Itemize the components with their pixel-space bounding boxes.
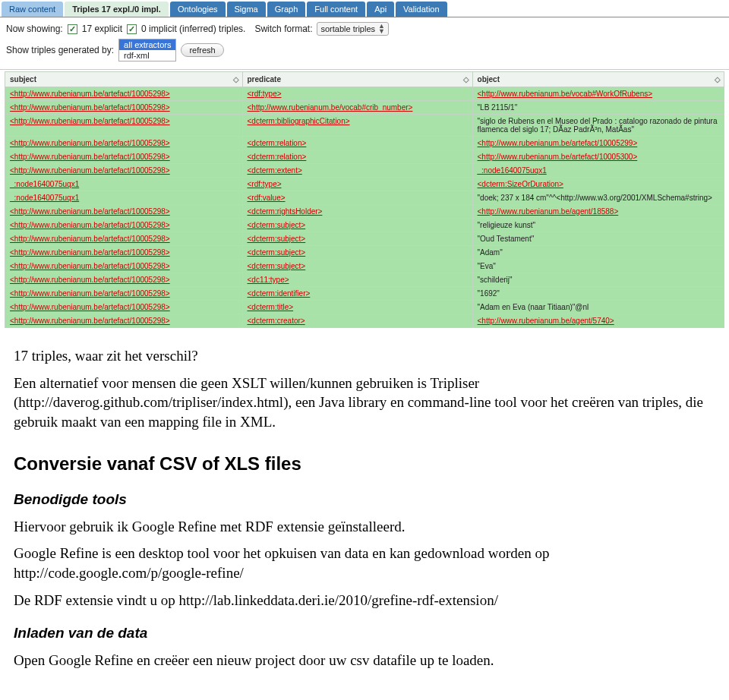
sort-icon[interactable]: ◇ <box>463 75 469 84</box>
table-row: _:node1640075uqx1<rdf:type><dcterm:SizeO… <box>5 178 724 191</box>
tab-api[interactable]: Api <box>367 2 394 17</box>
uri-link[interactable]: <http://www.rubenianum.be/artefact/10005… <box>478 153 638 161</box>
uri-link[interactable]: <http://www.rubenianum.be/vocab#crib_num… <box>248 103 413 112</box>
uri-link[interactable]: <dc11:type> <box>248 276 289 284</box>
table-row: <http://www.rubenianum.be/artefact/10005… <box>5 232 724 246</box>
table-row: <http://www.rubenianum.be/artefact/10005… <box>5 164 724 178</box>
uri-link[interactable]: <dcterm:SizeOrDuration> <box>478 180 563 188</box>
tab-full-content[interactable]: Full content <box>307 2 365 17</box>
table-cell: <http://www.rubenianum.be/artefact/10005… <box>5 115 243 137</box>
table-cell: <dcterm:subject> <box>242 246 472 260</box>
format-select[interactable]: sortable triples ▲▼ <box>317 22 388 36</box>
uri-link[interactable]: <http://www.rubenianum.be/artefact/10005… <box>10 153 170 161</box>
uri-link[interactable]: <http://www.rubenianum.be/artefact/10005… <box>10 166 170 175</box>
uri-link[interactable]: <dcterm:subject> <box>248 262 306 270</box>
uri-link[interactable]: <http://www.rubenianum.be/artefact/10005… <box>10 103 170 112</box>
checkbox-implicit-label: 0 implicit (inferred) triples. <box>141 24 245 34</box>
uri-link[interactable]: <http://www.rubenianum.be/artefact/10005… <box>10 317 170 325</box>
extractors-listbox[interactable]: all extractors rdf-xml <box>118 39 176 61</box>
uri-link[interactable]: <dcterm:relation> <box>248 153 307 161</box>
table-cell: <dcterm:rightsHolder> <box>242 205 472 219</box>
now-showing-label: Now showing: <box>6 24 63 34</box>
uri-link[interactable]: <http://www.rubenianum.be/artefact/10005… <box>10 289 170 298</box>
doc-h3-inladen: Inladen van de data <box>14 623 715 643</box>
uri-link[interactable]: _:node1640075uqx1 <box>478 166 547 175</box>
table-row: <http://www.rubenianum.be/artefact/10005… <box>5 246 724 260</box>
table-cell: <rdf:value> <box>242 191 472 205</box>
tab-ontologies[interactable]: Ontologies <box>170 2 226 17</box>
uri-link[interactable]: <dcterm:title> <box>248 303 294 311</box>
table-cell: <http://www.rubenianum.be/artefact/10005… <box>5 101 243 115</box>
uri-link[interactable]: <dcterm:creator> <box>248 317 305 325</box>
col-predicate[interactable]: predicate ◇ <box>242 72 472 87</box>
table-row: _:node1640075uqx1<rdf:value>"doek; 237 x… <box>5 191 724 205</box>
refresh-button[interactable]: refresh <box>181 43 223 57</box>
show-generated-by-label: Show triples generated by: <box>6 45 114 55</box>
table-row: <http://www.rubenianum.be/artefact/10005… <box>5 273 724 287</box>
doc-h2-conversie: Conversie vanaf CSV of XLS files <box>14 452 715 476</box>
uri-link[interactable]: <http://www.rubenianum.be/artefact/10005… <box>478 139 638 147</box>
col-object[interactable]: object ◇ <box>472 72 724 87</box>
uri-link[interactable]: <http://www.rubenianum.be/artefact/10005… <box>10 139 170 147</box>
uri-link[interactable]: <http://www.rubenianum.be/agent/18588> <box>478 207 619 216</box>
uri-link[interactable]: <http://www.rubenianum.be/artefact/10005… <box>10 262 170 270</box>
uri-link[interactable]: <dcterm:subject> <box>248 235 306 243</box>
tab-sigma[interactable]: Sigma <box>227 2 266 17</box>
extractor-option-rdfxml[interactable]: rdf-xml <box>119 50 175 61</box>
sort-icon[interactable]: ◇ <box>715 75 721 84</box>
table-row: <http://www.rubenianum.be/artefact/10005… <box>5 314 724 328</box>
tab-validation[interactable]: Validation <box>396 2 447 17</box>
tab-raw-content[interactable]: Raw content <box>2 2 63 17</box>
uri-link[interactable]: <http://www.rubenianum.be/artefact/10005… <box>10 248 170 257</box>
tab-graph[interactable]: Graph <box>267 2 306 17</box>
table-cell: <http://www.rubenianum.be/artefact/10005… <box>472 137 724 150</box>
uri-link[interactable]: <http://www.rubenianum.be/agent/5740> <box>478 317 614 325</box>
uri-link[interactable]: <rdf:type> <box>248 180 282 188</box>
table-row: <http://www.rubenianum.be/artefact/10005… <box>5 301 724 314</box>
table-cell: <http://www.rubenianum.be/artefact/10005… <box>5 260 243 273</box>
uri-link[interactable]: <http://www.rubenianum.be/artefact/10005… <box>10 235 170 243</box>
uri-link[interactable]: <http://www.rubenianum.be/artefact/10005… <box>10 303 170 311</box>
uri-link[interactable]: <dcterm:extent> <box>248 166 302 175</box>
table-cell: "siglo de Rubens en el Museo del Prado :… <box>472 115 724 137</box>
literal-value: "LB 2115/1" <box>478 103 518 112</box>
table-row: <http://www.rubenianum.be/artefact/10005… <box>5 150 724 164</box>
uri-link[interactable]: <rdf:type> <box>248 90 282 98</box>
tab-triples[interactable]: Triples 17 expl./0 impl. <box>65 2 169 17</box>
doc-h3-benodigde: Benodigde tools <box>14 490 715 509</box>
table-cell: <dcterm:identifier> <box>242 287 472 301</box>
uri-link[interactable]: <http://www.rubenianum.be/artefact/10005… <box>10 276 170 284</box>
uri-link[interactable]: <dcterm:bibliographicCitation> <box>248 117 350 125</box>
uri-link[interactable]: _:node1640075uqx1 <box>10 180 79 188</box>
extractor-option-all[interactable]: all extractors <box>119 39 175 50</box>
uri-link[interactable]: <http://www.rubenianum.be/artefact/10005… <box>10 117 170 125</box>
uri-link[interactable]: <dcterm:identifier> <box>248 289 311 298</box>
uri-link[interactable]: <http://www.rubenianum.be/vocab#WorkOfRu… <box>478 90 653 98</box>
sort-icon[interactable]: ◇ <box>233 75 239 84</box>
checkbox-implicit[interactable]: ✓ <box>127 24 137 34</box>
table-cell: <rdf:type> <box>242 87 472 101</box>
table-cell: <http://www.rubenianum.be/artefact/10005… <box>472 150 724 164</box>
uri-link[interactable]: <http://www.rubenianum.be/artefact/10005… <box>10 207 170 216</box>
table-cell: "doek; 237 x 184 cm"^^<http://www.w3.org… <box>472 191 724 205</box>
table-cell: "LB 2115/1" <box>472 101 724 115</box>
uri-link[interactable]: <rdf:value> <box>248 194 286 202</box>
doc-p3: Hiervoor gebruik ik Google Refine met RD… <box>14 517 715 537</box>
format-select-value: sortable triples <box>320 24 375 33</box>
col-subject[interactable]: subject ◇ <box>5 72 243 87</box>
uri-link[interactable]: <dcterm:subject> <box>248 248 306 257</box>
table-cell: <http://www.rubenianum.be/artefact/10005… <box>5 232 243 246</box>
uri-link[interactable]: <dcterm:rightsHolder> <box>248 207 323 216</box>
triples-table: subject ◇ predicate ◇ object ◇ <http://w… <box>5 71 724 328</box>
switch-format-label: Switch format: <box>254 24 312 34</box>
checkbox-explicit[interactable]: ✓ <box>68 24 77 34</box>
uri-link[interactable]: _:node1640075uqx1 <box>10 194 79 202</box>
uri-link[interactable]: <http://www.rubenianum.be/artefact/10005… <box>10 90 170 98</box>
table-cell: <http://www.rubenianum.be/artefact/10005… <box>5 314 243 328</box>
toolbar: Now showing: ✓ 17 explicit ✓ 0 implicit … <box>0 17 729 70</box>
uri-link[interactable]: <dcterm:relation> <box>248 139 307 147</box>
document-body: 17 triples, waar zit het verschil? Een a… <box>0 330 729 700</box>
uri-link[interactable]: <dcterm:subject> <box>248 221 306 229</box>
uri-link[interactable]: <http://www.rubenianum.be/artefact/10005… <box>10 221 170 229</box>
table-row: <http://www.rubenianum.be/artefact/10005… <box>5 205 724 219</box>
